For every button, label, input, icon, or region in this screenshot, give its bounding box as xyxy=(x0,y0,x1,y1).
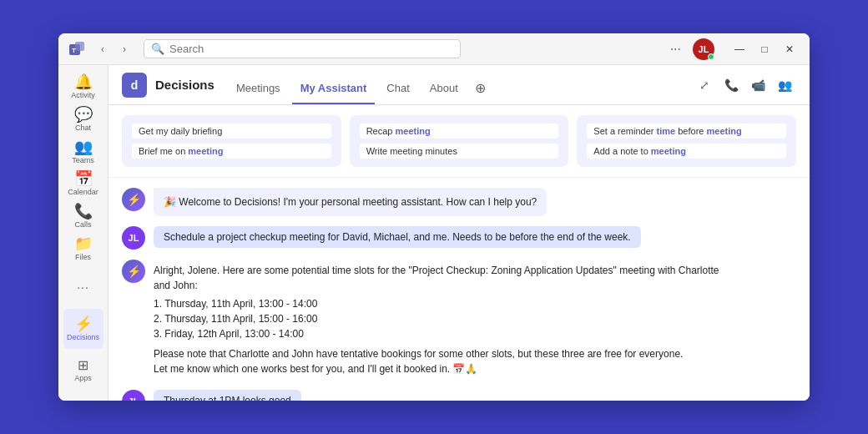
popout-button[interactable]: ⤢ xyxy=(693,73,716,97)
more-options-button[interactable]: ··· xyxy=(665,40,686,58)
user-bubble-wrap: Schedule a project checkup meeting for D… xyxy=(154,226,796,248)
suggestion-chip-recap[interactable]: Recap meeting xyxy=(360,124,559,139)
sidebar-item-decisions[interactable]: ⚡ Decisions xyxy=(63,309,103,349)
decisions-icon: ⚡ xyxy=(74,316,93,331)
sidebar-item-files[interactable]: 📁 Files xyxy=(63,233,103,264)
teams-logo-icon: T xyxy=(67,39,87,59)
main-area: 🔔 Activity 💬 Chat 👥 Teams 📅 Calendar 📞 C… xyxy=(58,65,810,401)
svg-text:T: T xyxy=(72,47,76,54)
back-button[interactable]: ‹ xyxy=(93,40,112,58)
phone-button[interactable]: 📞 xyxy=(719,73,743,97)
message-bubble: Thursday at 1PM looks good xyxy=(154,390,301,401)
teams-icon: 👥 xyxy=(74,139,93,154)
search-bar[interactable]: 🔍 xyxy=(144,39,461,58)
channel-tabs: Meetings My Assistant Chat About ⊕ xyxy=(228,65,491,104)
avatar-status xyxy=(708,53,714,60)
sidebar-label-activity: Activity xyxy=(71,91,95,99)
more-icon: ··· xyxy=(77,281,89,293)
suggestion-chip-briefing[interactable]: Get my daily briefing xyxy=(132,124,331,139)
tab-about[interactable]: About xyxy=(421,65,467,104)
message-bubble: Schedule a project checkup meeting for D… xyxy=(154,226,641,248)
message-content: Schedule a project checkup meeting for D… xyxy=(154,226,796,248)
main-window: T ‹ › 🔍 ··· JL — □ ✕ xyxy=(58,33,810,401)
tab-chat[interactable]: Chat xyxy=(378,65,417,104)
message-note: Please note that Charlotte and John have… xyxy=(154,346,732,361)
minimize-button[interactable]: — xyxy=(728,40,751,58)
message-outro: Let me know which one works best for you… xyxy=(154,361,732,376)
message-bubble: Alright, Jolene. Here are some potential… xyxy=(154,260,732,380)
avatar: JL xyxy=(122,390,145,401)
tab-add-button[interactable]: ⊕ xyxy=(470,65,491,104)
message-content: 🎉 Welcome to Decisions! I'm your persona… xyxy=(154,188,796,216)
video-button[interactable]: 📹 xyxy=(746,73,770,97)
svg-rect-1 xyxy=(75,42,84,51)
calendar-icon: 📅 xyxy=(74,171,93,186)
sidebar-item-more[interactable]: ··· xyxy=(63,267,103,307)
files-icon: 📁 xyxy=(74,236,93,251)
search-icon: 🔍 xyxy=(151,43,164,55)
sidebar-label-decisions: Decisions xyxy=(67,333,99,341)
participants-button[interactable]: 👥 xyxy=(773,73,796,97)
table-row: JL Thursday at 1PM looks good xyxy=(122,390,796,401)
chat-icon: 💬 xyxy=(74,107,93,122)
user-bubble-wrap: Thursday at 1PM looks good xyxy=(154,390,796,401)
window-controls: — □ ✕ xyxy=(728,40,801,58)
sidebar: 🔔 Activity 💬 Chat 👥 Teams 📅 Calendar 📞 C… xyxy=(58,65,108,401)
message-text: Alright, Jolene. Here are some potential… xyxy=(154,263,732,293)
sidebar-item-calls[interactable]: 📞 Calls xyxy=(63,201,103,232)
suggestion-card-1: Get my daily briefing Brief me on meetin… xyxy=(122,115,341,167)
avatar: JL xyxy=(693,38,714,60)
sidebar-item-teams[interactable]: 👥 Teams xyxy=(63,136,103,167)
close-button[interactable]: ✕ xyxy=(778,40,801,58)
sidebar-item-calendar[interactable]: 📅 Calendar xyxy=(63,169,103,199)
activity-icon: 🔔 xyxy=(74,74,93,89)
forward-button[interactable]: › xyxy=(115,40,134,58)
suggestion-card-2: Recap meeting Write meeting minutes xyxy=(350,115,569,167)
content-area: d Decisions Meetings My Assistant Chat A… xyxy=(108,65,810,401)
sidebar-item-apps[interactable]: ⊞ Apps xyxy=(63,351,103,391)
chat-area[interactable]: Get my daily briefing Brief me on meetin… xyxy=(108,105,810,401)
sidebar-label-teams: Teams xyxy=(72,156,94,164)
channel-icon: d xyxy=(122,73,147,98)
suggestion-chip-reminder[interactable]: Set a reminder time before meeting xyxy=(587,124,786,139)
titlebar-right: ··· JL — □ ✕ xyxy=(665,38,801,60)
sidebar-item-chat[interactable]: 💬 Chat xyxy=(63,104,103,135)
sidebar-label-calls: Calls xyxy=(74,220,91,229)
channel-name: Decisions xyxy=(155,78,214,92)
message-text: 🎉 Welcome to Decisions! I'm your persona… xyxy=(164,196,537,208)
suggestion-chip-brief-meeting[interactable]: Brief me on meeting xyxy=(132,144,331,159)
maximize-button[interactable]: □ xyxy=(753,40,776,58)
titlebar-left: T ‹ › xyxy=(67,39,134,59)
table-row: ⚡ 🎉 Welcome to Decisions! I'm your perso… xyxy=(122,188,796,216)
suggestion-card-3: Set a reminder time before meeting Add a… xyxy=(577,115,796,167)
message-content: Alright, Jolene. Here are some potential… xyxy=(154,260,796,380)
avatar: ⚡ xyxy=(122,188,145,211)
sidebar-item-activity[interactable]: 🔔 Activity xyxy=(63,72,103,103)
calls-icon: 📞 xyxy=(74,204,93,219)
avatar: JL xyxy=(122,226,145,250)
table-row: ⚡ Alright, Jolene. Here are some potenti… xyxy=(122,260,796,380)
suggestion-cards: Get my daily briefing Brief me on meetin… xyxy=(108,105,810,178)
sidebar-label-calendar: Calendar xyxy=(68,188,98,196)
header-actions: ⤢ 📞 📹 👥 xyxy=(693,73,796,97)
table-row: JL Schedule a project checkup meeting fo… xyxy=(122,226,796,250)
sidebar-bottom: ··· ⚡ Decisions ⊞ Apps xyxy=(63,267,103,394)
avatar: ⚡ xyxy=(122,260,145,283)
sidebar-label-files: Files xyxy=(75,253,91,261)
tab-meetings[interactable]: Meetings xyxy=(228,65,289,104)
apps-icon: ⊞ xyxy=(78,359,88,372)
search-input[interactable] xyxy=(169,43,453,55)
message-bubble: 🎉 Welcome to Decisions! I'm your persona… xyxy=(154,188,547,216)
channel-header: d Decisions Meetings My Assistant Chat A… xyxy=(108,65,810,105)
message-slot-2: 2. Thursday, 11th April, 15:00 - 16:00 xyxy=(154,311,732,326)
titlebar: T ‹ › 🔍 ··· JL — □ ✕ xyxy=(58,33,810,65)
message-slot-1: 1. Thursday, 11th April, 13:00 - 14:00 xyxy=(154,296,732,311)
message-content: Thursday at 1PM looks good xyxy=(154,390,796,401)
message-slot-3: 3. Friday, 12th April, 13:00 - 14:00 xyxy=(154,326,732,341)
suggestion-chip-minutes[interactable]: Write meeting minutes xyxy=(360,144,559,159)
sidebar-label-chat: Chat xyxy=(75,124,91,132)
suggestion-chip-add-note[interactable]: Add a note to meeting xyxy=(587,144,786,159)
tab-myassistant[interactable]: My Assistant xyxy=(292,65,376,104)
sidebar-label-apps: Apps xyxy=(74,374,92,382)
nav-arrows: ‹ › xyxy=(93,40,134,58)
